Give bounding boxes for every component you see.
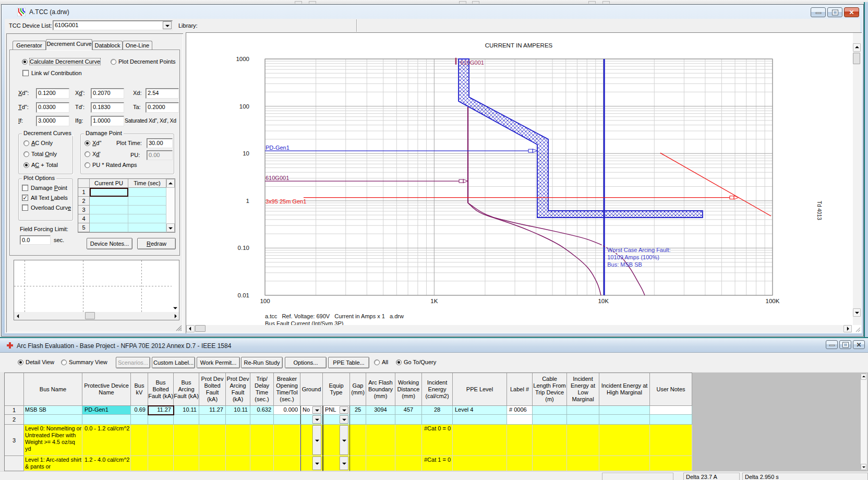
af-cell-r2c7[interactable] <box>226 415 250 425</box>
af-cell-r1c14[interactable]: 457 <box>395 406 422 415</box>
pu-cell-r4c0[interactable] <box>90 223 128 232</box>
device-notes-button[interactable]: Device Notes... <box>87 238 132 249</box>
af-cell-r2c6[interactable] <box>199 415 226 425</box>
af-cell-r4c10[interactable] <box>300 456 323 471</box>
af-cell-r3c6[interactable] <box>199 425 226 456</box>
af-combo-dropdown-button[interactable] <box>312 415 321 424</box>
preview-hscroll-thumb[interactable] <box>85 312 95 319</box>
af-combo-dropdown-button[interactable] <box>312 406 321 414</box>
pu-cell-r2c1[interactable] <box>128 206 166 214</box>
tcc-titlebar[interactable]: A.TCC (a.drw) ✕ <box>2 5 863 19</box>
af-cell-r3c21[interactable] <box>650 425 692 456</box>
af-cell-r4c5[interactable] <box>174 456 199 471</box>
af-cell-r3c20[interactable] <box>599 425 650 456</box>
af-cell-r1c21[interactable] <box>650 406 692 415</box>
af-cell-r1c2[interactable]: PD-Gen1 <box>82 406 131 415</box>
af-cell-r1c11[interactable]: PNL <box>323 406 350 415</box>
af-cell-r3c16[interactable] <box>453 425 507 456</box>
chart-vscroll-thumb[interactable] <box>853 53 860 64</box>
restore-button[interactable] <box>827 7 842 17</box>
af-cell-r4c17[interactable] <box>507 456 533 471</box>
af-cell-r2c8[interactable] <box>250 415 274 425</box>
field-forcing-input[interactable]: 0.0 <box>20 235 51 245</box>
af-cell-r1c4[interactable]: 11.27 <box>148 406 174 415</box>
chart-resize-grip[interactable] <box>854 326 861 332</box>
af-cell-r4c3[interactable] <box>131 456 148 471</box>
pu-cell-r0c0[interactable] <box>90 188 128 197</box>
af-cell-r1c3[interactable]: 0.69 <box>131 406 148 415</box>
af-cell-r4c16[interactable] <box>453 456 507 471</box>
af-cell-r3c13[interactable] <box>366 425 395 456</box>
af-cell-r4c2[interactable]: 1.2 - 4.0 cal/cm^2 <box>82 456 131 471</box>
af-cell-r1c15[interactable]: 28 <box>422 406 453 415</box>
af-cell-r4c4[interactable] <box>148 456 174 471</box>
af-cell-r1c10[interactable]: No <box>300 406 323 415</box>
chart-scroll-right-button[interactable] <box>843 325 852 332</box>
af-cell-r1c6[interactable]: 11.27 <box>199 406 226 415</box>
af-combo-dropdown-button[interactable] <box>340 406 348 414</box>
chart-scroll-down-button[interactable] <box>853 308 861 317</box>
af-cell-r4c13[interactable] <box>366 456 395 471</box>
pu-scroll-up-button[interactable] <box>166 179 175 188</box>
af-cell-r3c1[interactable]: Level 0: Nonmelting or Untreated Fiber w… <box>24 425 82 456</box>
af-cell-r2c2[interactable] <box>82 415 131 425</box>
af-cell-r2c3[interactable] <box>131 415 148 425</box>
af-cell-r4c14[interactable] <box>395 456 422 471</box>
af-cell-r2c20[interactable] <box>599 415 650 425</box>
decrement-ac-total-radio[interactable] <box>23 162 29 168</box>
close-button[interactable]: ✕ <box>844 7 859 17</box>
pu-input[interactable]: 0.00 <box>147 150 173 160</box>
panel-resize-grip[interactable] <box>175 325 182 331</box>
af-scroll-up-button[interactable] <box>861 374 866 380</box>
af-cell-r3c11[interactable] <box>323 425 350 456</box>
af-cell-r4c11[interactable] <box>323 456 350 471</box>
af-vscrollbar[interactable] <box>861 374 867 470</box>
pu-cell-r0c1[interactable] <box>128 188 166 197</box>
re-run-study-button[interactable]: Re-Run Study <box>241 357 283 368</box>
damage-pu-rated-amps-radio[interactable] <box>85 162 90 168</box>
af-cell-r4c6[interactable] <box>199 456 226 471</box>
custom-label--button[interactable]: Custom Label... <box>152 357 195 368</box>
af-combo-dropdown-button[interactable] <box>312 425 321 455</box>
af-cell-r2c14[interactable] <box>395 415 422 425</box>
af-cell-r1c7[interactable]: 10.11 <box>226 406 250 415</box>
af-cell-r3c15[interactable]: #Cat 0 = 0 <box>422 425 453 456</box>
pu-cell-r2c0[interactable] <box>90 206 128 214</box>
preview-scroll-left-button[interactable] <box>14 312 22 320</box>
af-cell-r3c5[interactable] <box>174 425 199 456</box>
summary-view-radio[interactable] <box>61 359 67 365</box>
minimize-button[interactable] <box>811 7 826 17</box>
link-w-contribution-checkbox[interactable] <box>22 70 29 76</box>
af-cell-r2c10[interactable] <box>300 415 323 425</box>
af-cell-r1c1[interactable]: MSB SB <box>24 406 82 415</box>
af-cell-r4c21[interactable] <box>650 456 692 471</box>
af-cell-r2c9[interactable] <box>274 415 300 425</box>
go-to-query-radio[interactable] <box>396 359 402 365</box>
device-list-dropdown-button[interactable] <box>163 21 172 29</box>
chart-vscrollbar[interactable] <box>853 33 861 325</box>
device-list-combobox[interactable]: 610G001 <box>53 20 173 30</box>
af-combo-dropdown-button[interactable] <box>340 415 348 424</box>
af-cell-r1c8[interactable]: 0.632 <box>250 406 274 415</box>
af-cell-r3c2[interactable]: 0.0 - 1.2 cal/cm^2 <box>82 425 131 456</box>
af-cell-r3c14[interactable] <box>395 425 422 456</box>
pu-cell-r1c1[interactable] <box>128 197 166 206</box>
detail-view-radio[interactable] <box>18 359 23 365</box>
af-cell-r1c9[interactable]: 0.000 <box>274 406 300 415</box>
af-cell-r4c8[interactable] <box>250 456 274 471</box>
af-cell-r3c9[interactable] <box>274 425 300 456</box>
pu-cell-r3c1[interactable] <box>128 214 166 223</box>
af-cell-r1c20[interactable] <box>599 406 650 415</box>
af-cell-r3c12[interactable] <box>350 425 366 456</box>
calculate-decrement-curve-radio[interactable] <box>22 59 28 65</box>
af-cell-r2c5[interactable] <box>174 415 199 425</box>
af-cell-r2c16[interactable] <box>453 415 507 425</box>
af-cell-r3c18[interactable] <box>533 425 567 456</box>
af-combo-dropdown-button[interactable] <box>340 425 348 455</box>
ppe-table--button[interactable]: PPE Table... <box>328 357 369 368</box>
af-cell-r4c9[interactable] <box>274 456 300 471</box>
plotopt-damage-point-checkbox[interactable] <box>22 185 28 191</box>
options--button[interactable]: Options... <box>285 357 327 368</box>
scope-all-radio[interactable] <box>374 359 380 365</box>
param-input-1[interactable]: 0.2070 <box>91 88 124 99</box>
